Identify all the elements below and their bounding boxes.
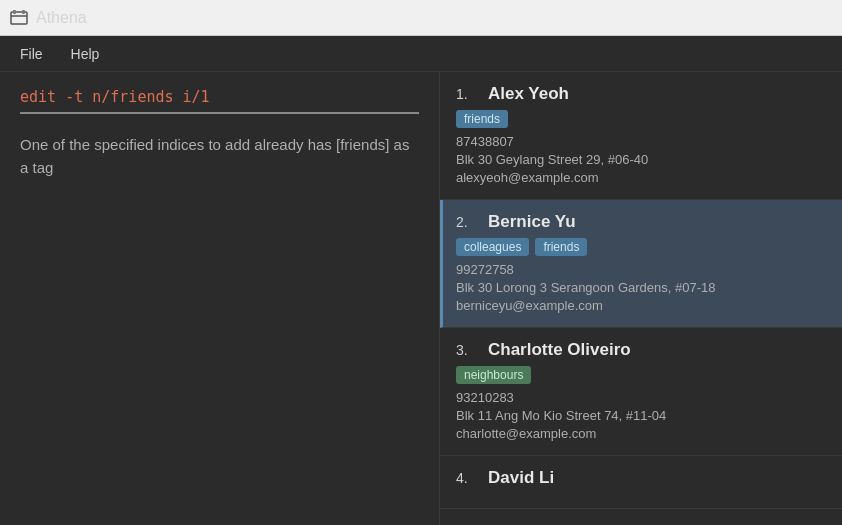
svg-rect-2 bbox=[13, 10, 16, 14]
title-bar-title: Athena bbox=[36, 9, 87, 27]
contact-header: 1. Alex Yeoh bbox=[456, 84, 826, 104]
contact-header: 3. Charlotte Oliveiro bbox=[456, 340, 826, 360]
tags-row: neighbours bbox=[456, 366, 826, 384]
contact-address: Blk 30 Geylang Street 29, #06-40 bbox=[456, 152, 826, 167]
left-panel: One of the specified indices to add alre… bbox=[0, 72, 440, 525]
title-bar: Athena bbox=[0, 0, 842, 36]
command-input[interactable] bbox=[20, 88, 419, 106]
contact-number: 1. bbox=[456, 86, 480, 102]
contact-address: Blk 11 Ang Mo Kio Street 74, #11-04 bbox=[456, 408, 826, 423]
contact-card-3[interactable]: 3. Charlotte Oliveiro neighbours 9321028… bbox=[440, 328, 842, 456]
contact-email: berniceyu@example.com bbox=[456, 298, 826, 313]
contact-card-1[interactable]: 1. Alex Yeoh friends 87438807Blk 30 Geyl… bbox=[440, 72, 842, 200]
contact-email: charlotte@example.com bbox=[456, 426, 826, 441]
contact-header: 2. Bernice Yu bbox=[456, 212, 826, 232]
svg-rect-3 bbox=[22, 10, 25, 14]
contact-address: Blk 30 Lorong 3 Serangoon Gardens, #07-1… bbox=[456, 280, 826, 295]
tag-neighbours: neighbours bbox=[456, 366, 531, 384]
menu-file[interactable]: File bbox=[8, 42, 55, 66]
contact-phone: 87438807 bbox=[456, 134, 826, 149]
right-panel[interactable]: 1. Alex Yeoh friends 87438807Blk 30 Geyl… bbox=[440, 72, 842, 525]
contact-number: 2. bbox=[456, 214, 480, 230]
menu-help[interactable]: Help bbox=[59, 42, 112, 66]
menu-bar: File Help bbox=[0, 36, 842, 72]
contact-email: alexyeoh@example.com bbox=[456, 170, 826, 185]
tags-row: friends bbox=[456, 110, 826, 128]
main-content: One of the specified indices to add alre… bbox=[0, 72, 842, 525]
contact-name: Bernice Yu bbox=[488, 212, 576, 232]
contact-number: 4. bbox=[456, 470, 480, 486]
contact-name: David Li bbox=[488, 468, 554, 488]
app-icon bbox=[10, 9, 28, 27]
contact-phone: 93210283 bbox=[456, 390, 826, 405]
contact-name: Charlotte Oliveiro bbox=[488, 340, 631, 360]
contact-number: 3. bbox=[456, 342, 480, 358]
contact-name: Alex Yeoh bbox=[488, 84, 569, 104]
contact-phone: 99272758 bbox=[456, 262, 826, 277]
tag-colleagues: colleagues bbox=[456, 238, 529, 256]
contact-card-2[interactable]: 2. Bernice Yu colleaguesfriends 99272758… bbox=[440, 200, 842, 328]
tags-row: colleaguesfriends bbox=[456, 238, 826, 256]
tag-friends: friends bbox=[456, 110, 508, 128]
output-text: One of the specified indices to add alre… bbox=[20, 134, 419, 179]
contact-header: 4. David Li bbox=[456, 468, 826, 488]
contact-card-4[interactable]: 4. David Li bbox=[440, 456, 842, 509]
tag-friends: friends bbox=[535, 238, 587, 256]
command-input-container bbox=[20, 88, 419, 114]
